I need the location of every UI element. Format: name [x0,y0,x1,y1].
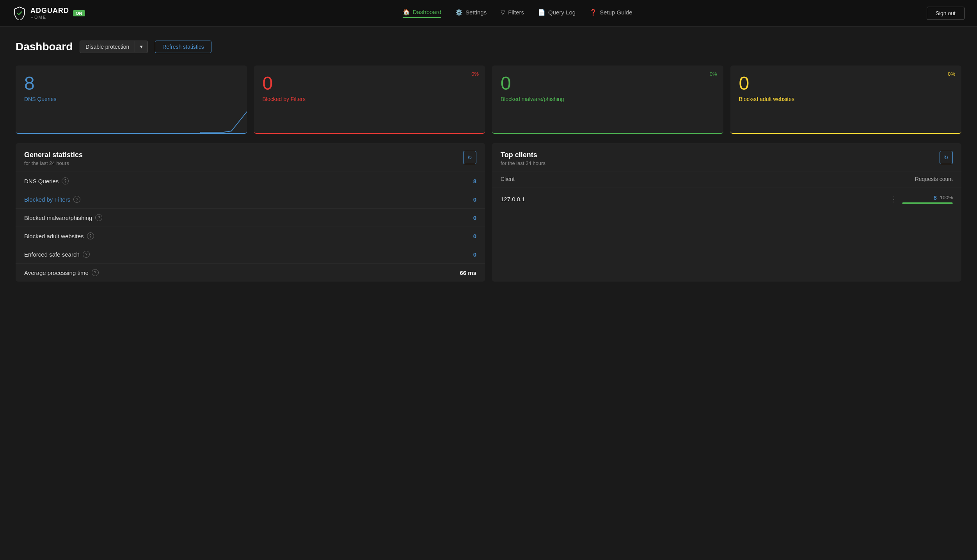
sign-out-button[interactable]: Sign out [927,7,965,20]
top-clients-title: Top clients [501,151,545,159]
client-count-area: 8 100% [902,194,953,204]
nav-querylog-label: Query Log [548,9,576,16]
nav-setup[interactable]: ❓ Setup Guide [590,9,632,18]
chevron-down-icon: ▼ [135,41,147,52]
stats-row-safe-search: Enforced safe search ? 0 [16,245,485,263]
stats-row-blocked-adult: Blocked adult websites ? 0 [16,227,485,245]
stat-card-blocked-adult: 0% 0 Blocked adult websites [730,66,962,134]
navbar: ADGUARD HOME ON 🏠 Dashboard ⚙️ Settings … [0,0,977,27]
page-header: Dashboard Disable protection ▼ Refresh s… [16,41,961,53]
bottom-panels: General statistics for the last 24 hours… [16,143,961,282]
stats-row-dns-label: DNS Queries ? [24,177,69,184]
client-bar-background [902,202,953,204]
top-clients-subtitle: for the last 24 hours [501,160,545,166]
blocked-adult-percent: 0% [948,71,955,77]
stats-row-avg-time-value: 66 ms [460,269,476,276]
stats-row-avg-time: Average processing time ? 66 ms [16,263,485,282]
gear-icon: ⚙️ [455,9,463,16]
blocked-filters-value: 0 [263,74,477,93]
client-ip: 127.0.0.1 [501,196,886,202]
stats-row-blocked-malware: Blocked malware/phishing ? 0 [16,208,485,227]
client-bar-fill [902,202,953,204]
main-content: Dashboard Disable protection ▼ Refresh s… [0,27,977,296]
page-title: Dashboard [16,41,73,53]
top-clients-header: Top clients for the last 24 hours ↻ [492,143,961,172]
home-icon: 🏠 [403,9,410,16]
logo-text: ADGUARD HOME [30,7,69,19]
dns-queries-label: DNS Queries [24,96,238,102]
dns-queries-chart [200,110,247,133]
disable-protection-button[interactable]: Disable protection ▼ [80,41,148,53]
dns-queries-value: 8 [24,74,238,93]
logo-icon [12,6,27,20]
stats-row-avg-time-label: Average processing time ? [24,269,99,276]
nav-dashboard-label: Dashboard [413,9,441,15]
client-row: 127.0.0.1 ⋮ 8 100% [492,188,961,210]
question-icon: ❓ [590,9,597,16]
blocked-adult-help-icon[interactable]: ? [87,232,94,239]
stat-card-blocked-malware: 0% 0 Blocked malware/phishing [492,66,723,134]
blocked-filters-label: Blocked by Filters [263,96,477,102]
stats-row-blocked-adult-label: Blocked adult websites ? [24,232,94,239]
dns-queries-help-icon[interactable]: ? [62,177,69,184]
top-clients-title-area: Top clients for the last 24 hours [501,151,545,166]
stat-card-blocked-filters: 0% 0 Blocked by Filters [254,66,485,134]
nav-filters[interactable]: ▽ Filters [501,9,524,18]
clients-col-requests: Requests count [915,176,953,182]
blocked-adult-label: Blocked adult websites [739,96,953,102]
doc-icon: 📄 [538,9,545,16]
status-badge: ON [73,10,85,16]
top-clients-refresh-button[interactable]: ↻ [940,151,953,164]
logo-sub: HOME [30,15,69,19]
avg-time-help-icon[interactable]: ? [92,269,99,276]
clients-column-headers: Client Requests count [492,172,961,188]
client-menu-icon[interactable]: ⋮ [890,195,897,204]
stats-row-blocked-filters: Blocked by Filters ? 0 [16,190,485,208]
stats-row-blocked-malware-value: 0 [473,214,476,221]
safe-search-help-icon[interactable]: ? [83,251,90,258]
stats-row-dns: DNS Queries ? 8 [16,172,485,190]
client-count-value: 8 [933,194,936,201]
stats-row-safe-search-value: 0 [473,251,476,258]
nav-settings[interactable]: ⚙️ Settings [455,9,487,18]
stats-row-safe-search-label: Enforced safe search ? [24,251,90,258]
nav-links: 🏠 Dashboard ⚙️ Settings ▽ Filters 📄 Quer… [108,9,927,18]
disable-protection-label: Disable protection [80,41,135,53]
nav-filters-label: Filters [508,9,524,16]
blocked-malware-value: 0 [501,74,715,93]
general-stats-refresh-button[interactable]: ↻ [463,151,476,164]
client-percent: 100% [940,195,953,200]
clients-col-client: Client [501,176,515,182]
filter-icon: ▽ [501,9,505,16]
stat-card-dns-queries: 8 DNS Queries [16,66,247,134]
blocked-malware-help-icon[interactable]: ? [95,214,102,221]
stats-row-blocked-malware-label: Blocked malware/phishing ? [24,214,102,221]
general-stats-header: General statistics for the last 24 hours… [16,143,485,172]
blocked-filters-percent: 0% [471,71,479,77]
top-clients-panel: Top clients for the last 24 hours ↻ Clie… [492,143,961,282]
stats-row-blocked-filters-value: 0 [473,196,476,203]
client-count-row: 8 100% [933,194,953,201]
blocked-malware-label: Blocked malware/phishing [501,96,715,102]
stat-cards: 8 DNS Queries 0% 0 Blocked by Filters 0%… [16,66,961,134]
stats-row-blocked-filters-label: Blocked by Filters ? [24,196,80,203]
nav-querylog[interactable]: 📄 Query Log [538,9,576,18]
general-stats-subtitle: for the last 24 hours [24,160,83,166]
stats-row-blocked-adult-value: 0 [473,233,476,239]
blocked-malware-percent: 0% [710,71,717,77]
blocked-adult-value: 0 [739,74,953,93]
logo-name: ADGUARD [30,7,69,15]
nav-dashboard[interactable]: 🏠 Dashboard [403,9,441,18]
stats-row-dns-value: 8 [473,178,476,184]
logo-area: ADGUARD HOME ON [12,6,85,20]
general-statistics-panel: General statistics for the last 24 hours… [16,143,485,282]
nav-setup-label: Setup Guide [600,9,632,16]
refresh-statistics-button[interactable]: Refresh statistics [155,41,211,53]
blocked-filters-help-icon[interactable]: ? [73,196,80,203]
nav-settings-label: Settings [465,9,487,16]
general-stats-title-area: General statistics for the last 24 hours [24,151,83,166]
general-stats-title: General statistics [24,151,83,159]
